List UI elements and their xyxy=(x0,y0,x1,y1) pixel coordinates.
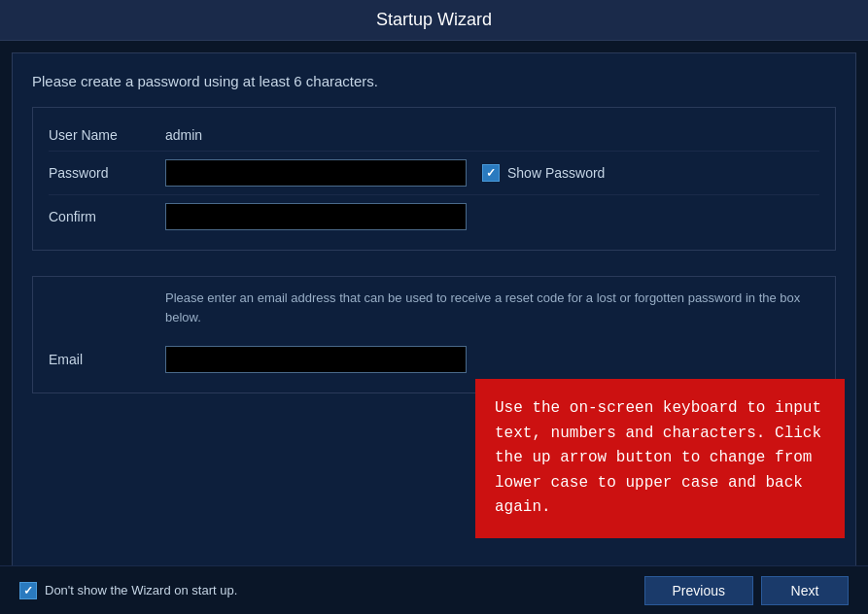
previous-button[interactable]: Previous xyxy=(644,576,753,605)
wizard-title: Startup Wizard xyxy=(376,10,492,29)
show-password-text: Show Password xyxy=(507,165,605,181)
dont-show-checkbox[interactable] xyxy=(19,582,37,599)
tooltip-box: Use the on-screen keyboard to input text… xyxy=(475,379,845,538)
email-section: Please enter an email address that can b… xyxy=(32,276,836,393)
password-input-group: Show Password xyxy=(165,159,605,187)
next-button[interactable]: Next xyxy=(761,576,849,605)
show-password-label[interactable]: Show Password xyxy=(482,164,605,182)
confirm-label: Confirm xyxy=(49,209,165,224)
email-input[interactable] xyxy=(165,346,467,373)
password-label: Password xyxy=(49,165,165,181)
confirm-row: Confirm xyxy=(49,195,819,238)
username-value: admin xyxy=(165,127,819,143)
password-input[interactable] xyxy=(165,159,467,187)
footer: Don't show the Wizard on start up. Previ… xyxy=(0,565,868,614)
divider xyxy=(32,260,836,276)
email-row: Email xyxy=(49,338,819,381)
username-row: User Name admin xyxy=(49,119,819,152)
title-bar: Startup Wizard xyxy=(0,0,868,41)
show-password-checkbox[interactable] xyxy=(482,164,500,182)
tooltip-text: Use the on-screen keyboard to input text… xyxy=(495,399,821,516)
nav-buttons: Previous Next xyxy=(644,576,849,605)
password-row: Password Show Password xyxy=(49,152,819,195)
email-hint: Please enter an email address that can b… xyxy=(49,289,819,326)
dont-show-label[interactable]: Don't show the Wizard on start up. xyxy=(19,582,237,599)
confirm-input[interactable] xyxy=(165,203,467,230)
credentials-section: User Name admin Password Show Password C… xyxy=(32,107,836,251)
dont-show-text: Don't show the Wizard on start up. xyxy=(45,583,237,597)
email-label: Email xyxy=(49,352,165,367)
instruction-text: Please create a password using at least … xyxy=(32,73,836,89)
username-label: User Name xyxy=(49,127,165,143)
